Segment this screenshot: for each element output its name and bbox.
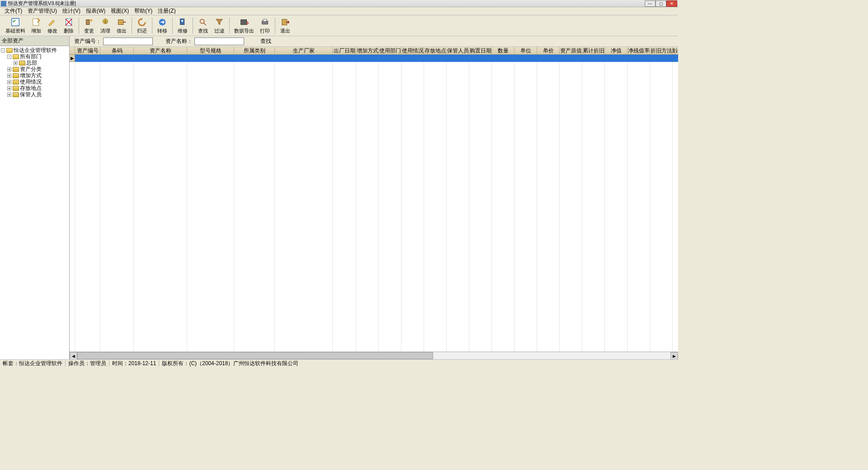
grid-column-line xyxy=(424,55,447,352)
repair-icon xyxy=(178,17,188,27)
grid-body[interactable]: ▶ xyxy=(70,55,678,352)
toolbar-edit-button[interactable]: 修改 xyxy=(44,16,61,35)
column-header-5[interactable]: 所属类别 xyxy=(234,47,275,54)
folder-closed-icon xyxy=(19,61,25,66)
toolbar-change-button[interactable]: 变更 xyxy=(81,16,97,35)
column-header-15[interactable]: 单位 xyxy=(514,47,537,54)
toolbar-print-button[interactable]: 打印 xyxy=(257,16,273,35)
horizontal-scrollbar[interactable]: ◀ ▶ xyxy=(70,352,678,359)
tree-node-child-5[interactable]: +保管人员 xyxy=(0,91,69,98)
column-header-3[interactable]: 资产名称 xyxy=(134,47,187,54)
svg-rect-10 xyxy=(181,20,183,22)
folder-closed-icon xyxy=(13,67,19,72)
toolbar-search-button[interactable]: 查找 xyxy=(195,16,211,35)
toolbar-lend-button[interactable]: 借出 xyxy=(113,16,130,35)
data-grid[interactable]: 资产编号条码资产名称型号规格所属类别生产厂家出厂日期增加方式使用部门使用情况存放… xyxy=(70,47,678,359)
toolbar-clean-button[interactable]: $清理 xyxy=(97,16,113,35)
scroll-right-button[interactable]: ▶ xyxy=(670,352,678,359)
menu-item-1[interactable]: 资产管理(U) xyxy=(25,7,60,15)
column-header-21[interactable]: 折旧方法 xyxy=(650,47,673,54)
toolbar-repair-button[interactable]: 维修 xyxy=(175,16,191,35)
toolbar-filter-button[interactable]: 过滤 xyxy=(211,16,227,35)
column-header-10[interactable]: 使用情况 xyxy=(401,47,424,54)
column-header-11[interactable]: 存放地点 xyxy=(424,47,447,54)
column-header-0[interactable] xyxy=(70,47,75,54)
column-header-17[interactable]: 资产原值 xyxy=(560,47,582,54)
column-header-16[interactable]: 单价 xyxy=(537,47,560,54)
column-header-6[interactable]: 生产厂家 xyxy=(275,47,333,54)
toolbar-export-button[interactable]: 数据导出 xyxy=(231,16,257,35)
minimize-button[interactable]: — xyxy=(645,0,656,7)
toolbar-label: 借出 xyxy=(117,28,127,34)
grid-column-line xyxy=(627,55,650,352)
toolbar-separator xyxy=(79,18,79,34)
grid-column-line xyxy=(537,55,560,352)
expand-icon[interactable]: + xyxy=(7,67,11,71)
menu-item-4[interactable]: 视图(X) xyxy=(108,7,132,15)
exit-icon xyxy=(280,17,290,27)
expand-icon[interactable]: + xyxy=(7,86,11,90)
scroll-thumb[interactable] xyxy=(77,352,433,359)
titlebar: 恒达资产管理系统V3.6[未注册] — ▢ ✕ xyxy=(0,0,678,7)
change-icon xyxy=(84,17,94,27)
search-button[interactable]: 查找 xyxy=(257,37,275,46)
toolbar-return-button[interactable]: 归还 xyxy=(134,16,150,35)
menu-item-6[interactable]: 注册(Z) xyxy=(155,7,178,15)
menu-item-2[interactable]: 统计(V) xyxy=(60,7,83,15)
grid-header: 资产编号条码资产名称型号规格所属类别生产厂家出厂日期增加方式使用部门使用情况存放… xyxy=(70,47,678,55)
expand-icon[interactable]: + xyxy=(7,93,11,97)
asset-code-label: 资产编号： xyxy=(74,38,101,45)
column-header-13[interactable]: 购置日期 xyxy=(469,47,492,54)
close-button[interactable]: ✕ xyxy=(666,0,677,7)
toolbar-label: 查找 xyxy=(198,28,208,34)
column-header-7[interactable]: 出厂日期 xyxy=(333,47,356,54)
tree-node-label: 保管人员 xyxy=(20,91,42,99)
grid-column-line xyxy=(650,55,673,352)
asset-name-input[interactable] xyxy=(194,38,244,45)
column-header-20[interactable]: 净残值率 xyxy=(627,47,650,54)
asset-code-input[interactable] xyxy=(103,38,153,45)
menubar: 文件(T)资产管理(U)统计(V)报表(W)视图(X)帮助(Y)注册(Z) xyxy=(0,7,678,15)
tree-header: 全部资产 xyxy=(0,36,69,46)
grid-column-line xyxy=(469,55,492,352)
search-bar: 资产编号： 资产名称： 查找 xyxy=(70,36,678,47)
grid-column-line xyxy=(447,55,469,352)
grid-column-line xyxy=(514,55,537,352)
column-header-12[interactable]: 保管人员 xyxy=(447,47,469,54)
add-icon xyxy=(31,17,41,27)
maximize-button[interactable]: ▢ xyxy=(656,0,666,7)
column-header-2[interactable]: 条码 xyxy=(100,47,134,54)
column-header-8[interactable]: 增加方式 xyxy=(356,47,379,54)
svg-rect-0 xyxy=(12,18,19,26)
svg-rect-9 xyxy=(180,19,184,24)
collapse-icon[interactable]: - xyxy=(7,55,11,59)
toolbar-checklist-button[interactable]: 基础资料 xyxy=(3,16,28,35)
toolbar-add-button[interactable]: 增加 xyxy=(28,16,44,35)
toolbar-separator xyxy=(152,18,152,34)
menu-item-0[interactable]: 文件(T) xyxy=(2,7,25,15)
collapse-icon[interactable]: - xyxy=(1,48,5,52)
column-header-1[interactable]: 资产编号 xyxy=(75,47,100,54)
column-header-19[interactable]: 净值 xyxy=(605,47,627,54)
grid-column-line xyxy=(333,55,356,352)
toolbar-transfer-button[interactable]: 转移 xyxy=(154,16,170,35)
expand-icon[interactable]: + xyxy=(7,80,11,84)
grid-column-line xyxy=(234,55,275,352)
column-header-4[interactable]: 型号规格 xyxy=(187,47,234,54)
grid-selected-row[interactable] xyxy=(75,55,678,62)
expand-icon[interactable]: + xyxy=(14,61,18,65)
grid-column-line xyxy=(356,55,379,352)
menu-item-3[interactable]: 报表(W) xyxy=(83,7,108,15)
toolbar-exit-button[interactable]: 退出 xyxy=(277,16,293,35)
toolbar-delete-button[interactable]: 删除 xyxy=(61,16,77,35)
column-header-22[interactable]: 预计使用年限 xyxy=(673,47,678,54)
column-header-9[interactable]: 使用部门 xyxy=(379,47,401,54)
column-header-18[interactable]: 累计折旧 xyxy=(582,47,605,54)
menu-item-5[interactable]: 帮助(Y) xyxy=(132,7,155,15)
grid-column-line xyxy=(560,55,582,352)
expand-icon[interactable]: + xyxy=(7,74,11,78)
column-header-14[interactable]: 数量 xyxy=(492,47,514,54)
folder-open-icon xyxy=(13,54,19,59)
scroll-left-button[interactable]: ◀ xyxy=(70,352,77,359)
scroll-track[interactable] xyxy=(77,352,670,359)
